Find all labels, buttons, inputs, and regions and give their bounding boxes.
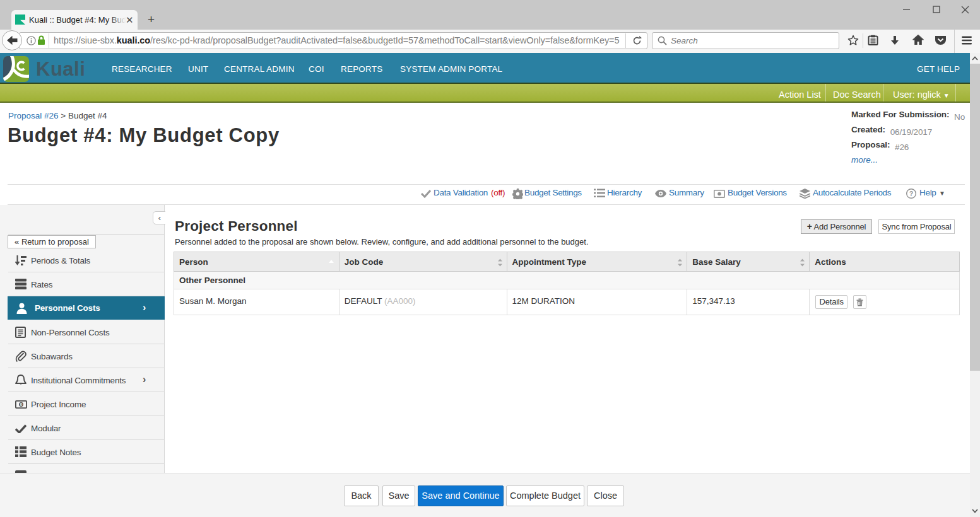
svg-text:?: ? xyxy=(909,190,913,197)
svg-text:0: 0 xyxy=(20,402,23,407)
